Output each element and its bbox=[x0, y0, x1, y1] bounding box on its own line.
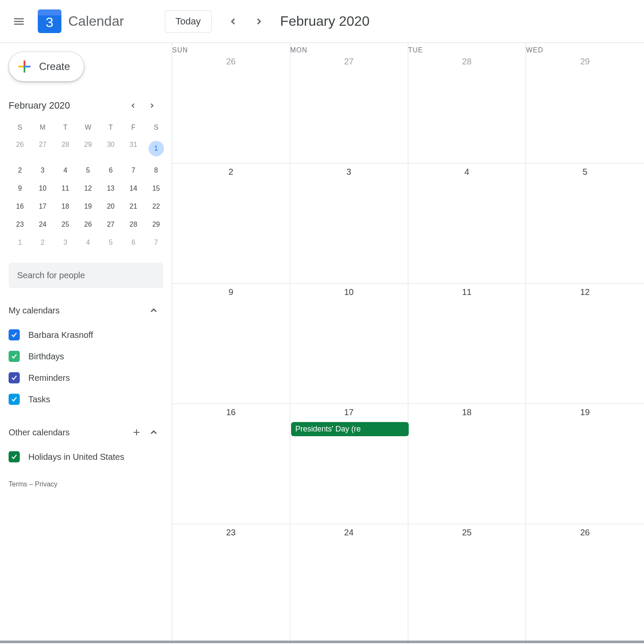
mini-cal-day[interactable]: 7 bbox=[122, 163, 145, 178]
calendar-item-label: Tasks bbox=[28, 395, 50, 404]
calendar-grid: SUN26MON27TUE28WED29234591011121617Presi… bbox=[172, 43, 644, 644]
mini-cal-day[interactable]: 3 bbox=[54, 235, 77, 250]
day-cell[interactable]: 9 bbox=[172, 284, 290, 404]
calendar-item[interactable]: Holidays in United States bbox=[9, 446, 172, 468]
day-number: 18 bbox=[408, 407, 526, 417]
day-cell[interactable]: 16 bbox=[172, 404, 290, 524]
day-cell[interactable]: 24 bbox=[290, 524, 408, 644]
mini-cal-weekday: M bbox=[31, 121, 54, 134]
plus-icon[interactable] bbox=[131, 427, 142, 437]
mini-cal-day[interactable]: 27 bbox=[99, 217, 122, 232]
calendar-item[interactable]: Birthdays bbox=[9, 346, 172, 367]
mini-cal-day[interactable]: 26 bbox=[9, 137, 31, 160]
weekday-label: WED bbox=[526, 46, 644, 54]
mini-cal-day[interactable]: 6 bbox=[122, 235, 145, 250]
menu-icon[interactable] bbox=[9, 11, 29, 32]
mini-cal-day[interactable]: 1 bbox=[145, 137, 167, 160]
mini-cal-day[interactable]: 20 bbox=[99, 199, 122, 214]
other-calendars-title: Other calendars bbox=[9, 428, 70, 437]
mini-cal-day[interactable]: 29 bbox=[77, 137, 100, 160]
app-logo[interactable]: 3 Calendar bbox=[38, 9, 124, 33]
search-people-input[interactable]: Search for people bbox=[9, 263, 163, 288]
mini-cal-day[interactable]: 8 bbox=[145, 163, 167, 178]
day-cell[interactable]: 26 bbox=[526, 524, 644, 644]
mini-cal-day[interactable]: 3 bbox=[31, 163, 54, 178]
create-button[interactable]: Create bbox=[9, 52, 84, 82]
day-cell[interactable]: 5 bbox=[526, 164, 644, 283]
mini-cal-day[interactable]: 28 bbox=[122, 217, 145, 232]
day-cell[interactable]: 11 bbox=[408, 284, 526, 404]
mini-cal-day[interactable]: 5 bbox=[99, 235, 122, 250]
mini-cal-day[interactable]: 14 bbox=[122, 181, 145, 196]
mini-cal-day[interactable]: 19 bbox=[77, 199, 100, 214]
mini-cal-day[interactable]: 29 bbox=[145, 217, 167, 232]
mini-cal-day[interactable]: 2 bbox=[9, 163, 31, 178]
day-number: 24 bbox=[290, 528, 408, 538]
mini-cal-day[interactable]: 23 bbox=[9, 217, 31, 232]
day-cell[interactable]: 3 bbox=[290, 164, 408, 283]
day-cell[interactable]: TUE28 bbox=[408, 43, 526, 163]
event-chip[interactable]: Presidents' Day (re bbox=[291, 422, 409, 436]
mini-cal-day[interactable]: 27 bbox=[31, 137, 54, 160]
checkbox-icon[interactable] bbox=[9, 451, 20, 462]
mini-cal-title: February 2020 bbox=[9, 100, 70, 111]
mini-cal-next[interactable] bbox=[145, 99, 159, 112]
day-number: 23 bbox=[172, 528, 290, 538]
mini-cal-day[interactable]: 7 bbox=[145, 235, 167, 250]
today-button[interactable]: Today bbox=[165, 10, 212, 33]
mini-cal-day[interactable]: 11 bbox=[54, 181, 77, 196]
day-cell[interactable]: 4 bbox=[408, 164, 526, 283]
mini-cal-day[interactable]: 5 bbox=[77, 163, 100, 178]
mini-cal-day[interactable]: 26 bbox=[77, 217, 100, 232]
prev-month-button[interactable] bbox=[225, 13, 242, 30]
mini-cal-day[interactable]: 2 bbox=[31, 235, 54, 250]
mini-cal-day[interactable]: 10 bbox=[31, 181, 54, 196]
day-cell[interactable]: 18 bbox=[408, 404, 526, 524]
mini-cal-day[interactable]: 4 bbox=[77, 235, 100, 250]
mini-cal-day[interactable]: 21 bbox=[122, 199, 145, 214]
mini-cal-day[interactable]: 24 bbox=[31, 217, 54, 232]
weekday-label: MON bbox=[290, 46, 408, 54]
mini-cal-day[interactable]: 28 bbox=[54, 137, 77, 160]
checkbox-icon[interactable] bbox=[9, 372, 20, 383]
my-calendars-toggle[interactable]: My calendars bbox=[9, 305, 172, 316]
mini-cal-day[interactable]: 13 bbox=[99, 181, 122, 196]
mini-cal-day[interactable]: 16 bbox=[9, 199, 31, 214]
calendar-item[interactable]: Reminders bbox=[9, 367, 172, 389]
day-cell[interactable]: 2 bbox=[172, 164, 290, 283]
privacy-link[interactable]: Privacy bbox=[35, 480, 57, 488]
day-cell[interactable]: 17Presidents' Day (re bbox=[290, 404, 408, 524]
mini-cal-day[interactable]: 12 bbox=[77, 181, 100, 196]
mini-cal-day[interactable]: 4 bbox=[54, 163, 77, 178]
next-month-button[interactable] bbox=[250, 13, 267, 30]
terms-link[interactable]: Terms bbox=[9, 480, 27, 488]
mini-cal-day[interactable]: 30 bbox=[99, 137, 122, 160]
calendar-item-label: Birthdays bbox=[28, 352, 64, 361]
my-calendars-title: My calendars bbox=[9, 306, 60, 316]
mini-cal-day[interactable]: 18 bbox=[54, 199, 77, 214]
checkbox-icon[interactable] bbox=[9, 329, 20, 340]
mini-cal-day[interactable]: 31 bbox=[122, 137, 145, 160]
day-cell[interactable]: WED29 bbox=[526, 43, 644, 163]
day-cell[interactable]: 23 bbox=[172, 524, 290, 644]
day-cell[interactable]: 19 bbox=[526, 404, 644, 524]
other-calendars-toggle[interactable]: Other calendars bbox=[9, 427, 172, 437]
svg-rect-1 bbox=[24, 67, 25, 73]
mini-cal-prev[interactable] bbox=[126, 99, 140, 112]
checkbox-icon[interactable] bbox=[9, 394, 20, 405]
day-cell[interactable]: 12 bbox=[526, 284, 644, 404]
mini-cal-day[interactable]: 25 bbox=[54, 217, 77, 232]
checkbox-icon[interactable] bbox=[9, 351, 20, 362]
calendar-item[interactable]: Tasks bbox=[9, 389, 172, 410]
mini-cal-day[interactable]: 6 bbox=[99, 163, 122, 178]
day-cell[interactable]: 25 bbox=[408, 524, 526, 644]
calendar-item[interactable]: Barbara Krasnoff bbox=[9, 324, 172, 346]
mini-cal-day[interactable]: 22 bbox=[145, 199, 167, 214]
day-cell[interactable]: SUN26 bbox=[172, 43, 290, 163]
mini-cal-day[interactable]: 1 bbox=[9, 235, 31, 250]
mini-cal-day[interactable]: 9 bbox=[9, 181, 31, 196]
mini-cal-day[interactable]: 15 bbox=[145, 181, 167, 196]
day-cell[interactable]: MON27 bbox=[290, 43, 408, 163]
mini-cal-day[interactable]: 17 bbox=[31, 199, 54, 214]
day-cell[interactable]: 10 bbox=[290, 284, 408, 404]
